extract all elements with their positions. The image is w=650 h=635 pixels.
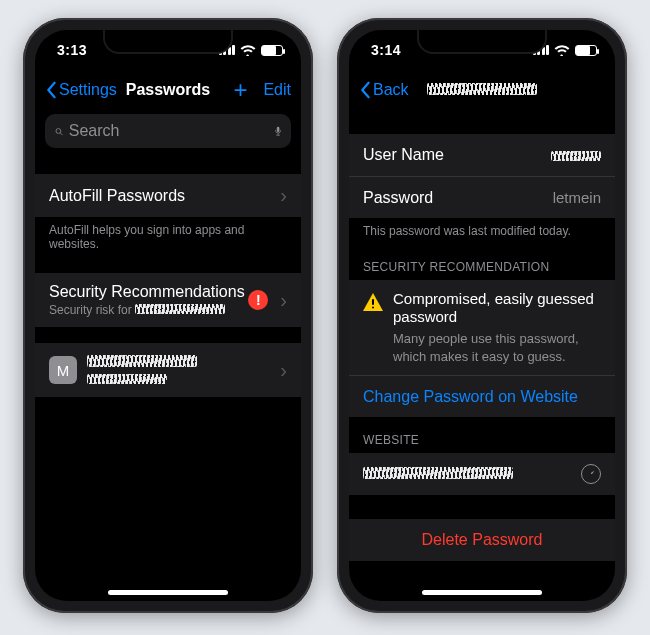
status-time: 3:13	[57, 42, 87, 58]
warn-title: Compromised, easily guessed password	[393, 290, 594, 325]
obscured-username-value	[551, 151, 601, 161]
screen-right: 3:14 Back User Name	[349, 30, 615, 601]
search-bar[interactable]	[45, 114, 291, 148]
chevron-left-icon	[45, 81, 57, 99]
modified-footer: This password was last modified today.	[349, 218, 615, 244]
username-label: User Name	[363, 146, 551, 164]
back-button[interactable]: Settings	[45, 81, 117, 99]
obscured-website	[363, 467, 513, 479]
recommendation-row: Compromised, easily guessed password Man…	[349, 280, 615, 375]
website-header: WEBSITE	[349, 417, 615, 453]
security-title: Security Recommendations	[49, 283, 245, 300]
svg-rect-4	[372, 307, 374, 309]
website-row[interactable]	[349, 453, 615, 495]
notch	[103, 30, 233, 54]
phone-right: 3:14 Back User Name	[337, 18, 627, 613]
security-subtitle-prefix: Security risk for	[49, 303, 135, 317]
screen-left: 3:13 Settings Passwords + Edit	[35, 30, 301, 601]
chevron-left-icon	[359, 81, 371, 99]
phone-left: 3:13 Settings Passwords + Edit	[23, 18, 313, 613]
chevron-right-icon: ›	[280, 184, 287, 207]
obscured-username	[87, 374, 167, 384]
security-recommendations-row[interactable]: Security Recommendations Security risk f…	[35, 273, 301, 327]
delete-label: Delete Password	[422, 531, 543, 549]
svg-line-1	[60, 132, 62, 134]
change-password-link[interactable]: Change Password on Website	[349, 375, 615, 417]
chevron-right-icon: ›	[280, 289, 287, 312]
edit-button[interactable]: Edit	[263, 81, 291, 99]
password-entry-row[interactable]: M ›	[35, 343, 301, 397]
chevron-right-icon: ›	[280, 359, 287, 382]
password-value: letmein	[553, 189, 601, 206]
warn-body: Many people use this password, which mak…	[393, 330, 601, 365]
nav-bar: Settings Passwords + Edit	[35, 70, 301, 110]
back-label: Settings	[59, 81, 117, 99]
back-button[interactable]: Back	[359, 81, 409, 99]
change-password-label: Change Password on Website	[363, 388, 578, 406]
svg-rect-3	[372, 299, 374, 305]
home-indicator[interactable]	[422, 590, 542, 595]
wifi-icon	[554, 44, 570, 56]
content: User Name Password letmein This password…	[349, 110, 615, 601]
home-indicator[interactable]	[108, 590, 228, 595]
obscured-site-name	[87, 355, 197, 367]
wifi-icon	[240, 44, 256, 56]
back-label: Back	[373, 81, 409, 99]
recommendation-header: SECURITY RECOMMENDATION	[349, 244, 615, 280]
status-time: 3:14	[371, 42, 401, 58]
password-label: Password	[363, 189, 553, 207]
alert-badge-icon: !	[248, 290, 268, 310]
delete-password-button[interactable]: Delete Password	[349, 519, 615, 561]
battery-icon	[575, 45, 597, 56]
autofill-label: AutoFill Passwords	[49, 187, 272, 205]
svg-rect-2	[277, 127, 280, 132]
obscured-title	[427, 83, 537, 95]
battery-icon	[261, 45, 283, 56]
search-icon	[55, 124, 63, 139]
site-avatar: M	[49, 356, 77, 384]
content: AutoFill Passwords › AutoFill helps you …	[35, 158, 301, 601]
add-button[interactable]: +	[233, 78, 247, 102]
nav-bar: Back	[349, 70, 615, 110]
search-input[interactable]	[69, 122, 269, 140]
username-row[interactable]: User Name	[349, 134, 615, 176]
warning-icon	[363, 292, 383, 312]
obscured-site	[135, 304, 225, 314]
mic-icon[interactable]	[275, 123, 281, 139]
notch	[417, 30, 547, 54]
password-row[interactable]: Password letmein	[349, 176, 615, 218]
autofill-passwords-row[interactable]: AutoFill Passwords ›	[35, 174, 301, 217]
autofill-footer: AutoFill helps you sign into apps and we…	[35, 217, 301, 257]
open-in-safari-icon[interactable]	[581, 464, 601, 484]
